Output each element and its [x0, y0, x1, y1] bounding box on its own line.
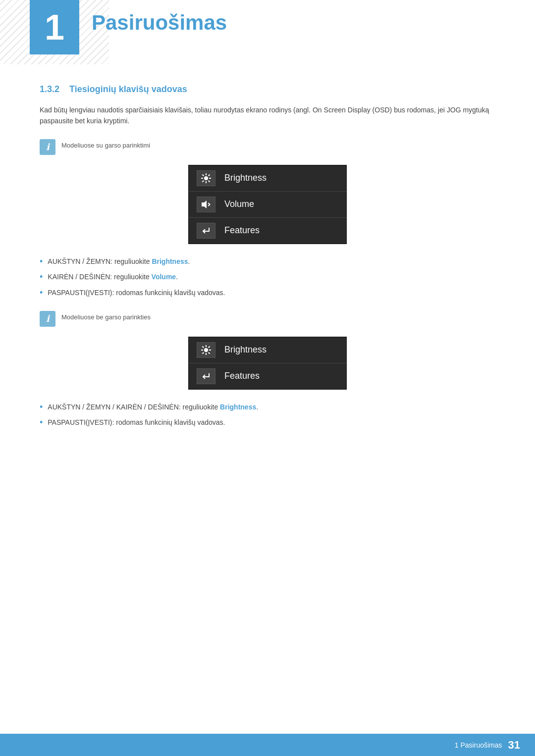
intro-paragraph: Kad būtų lengviau naudotis sparčiaisiais…: [40, 104, 495, 127]
osd-label-brightness-2: Brightness: [224, 345, 267, 355]
chapter-title: Pasiruošimas: [92, 11, 227, 35]
bullet-text-1-2: KAIRĖN / DEŠINĖN: reguliuokite Volume.: [48, 272, 178, 282]
svg-point-16: [204, 348, 208, 352]
chapter-number-block: 1: [30, 0, 79, 54]
bullet-item-1-3: • PASPAUSTI(ĮVESTI): rodomas funkcinių k…: [40, 288, 495, 299]
note-block-2: ℹ Modeliuose be garso parinkties: [40, 311, 495, 327]
osd-box-1: Brightness Volume: [188, 165, 347, 244]
footer-chapter-text: 1 Pasiruošimas: [455, 741, 502, 749]
svg-marker-11: [202, 201, 207, 208]
bullet-dot-2-2: •: [40, 417, 43, 428]
osd-row-volume-1: Volume: [189, 192, 346, 218]
highlight-brightness-1: Brightness: [152, 257, 188, 265]
bullet-list-1: • AUKŠTYN / ŽEMYN: reguliuokite Brightne…: [40, 256, 495, 299]
osd-row-brightness-2: Brightness: [189, 337, 346, 363]
bullet-item-2-2: • PASPAUSTI(ĮVESTI): rodomas funkcinių k…: [40, 417, 495, 428]
osd-container-1: Brightness Volume: [40, 165, 495, 244]
osd-icon-volume-1: [197, 197, 215, 212]
bullet-list-2: • AUKŠTYN / ŽEMYN / KAIRĖN / DEŠINĖN: re…: [40, 402, 495, 428]
note-icon-2: ℹ: [40, 311, 55, 327]
section-number: 1.3.2: [40, 84, 59, 94]
volume-icon-1: [201, 199, 212, 210]
bullet-item-1-2: • KAIRĖN / DEŠINĖN: reguliuokite Volume.: [40, 272, 495, 283]
bullet-text-2-2: PASPAUSTI(ĮVESTI): rodomas funkcinių kla…: [48, 417, 225, 428]
bullet-text-1-3: PASPAUSTI(ĮVESTI): rodomas funkcinių kla…: [48, 288, 225, 298]
bullet-dot-1-3: •: [40, 288, 43, 299]
osd-icon-brightness-2: [197, 342, 215, 358]
osd-label-features-1: Features: [224, 225, 260, 236]
bullet-dot-2-1: •: [40, 402, 43, 413]
bullet-dot-1-2: •: [40, 272, 43, 283]
main-content: 1.3.2 Tiesioginių klavišų vadovas Kad bū…: [0, 64, 535, 480]
page-footer: 1 Pasiruošimas 31: [0, 734, 535, 756]
svg-line-22: [209, 352, 210, 353]
svg-line-24: [203, 352, 204, 353]
bullet-item-1-1: • AUKŠTYN / ŽEMYN: reguliuokite Brightne…: [40, 256, 495, 267]
osd-row-brightness-1: Brightness: [189, 165, 346, 192]
osd-icon-features-1: [197, 223, 215, 239]
chapter-number: 1: [45, 9, 64, 45]
note-text-2: Modeliuose be garso parinkties: [61, 311, 151, 321]
osd-container-2: Brightness Features: [40, 337, 495, 390]
section-heading: 1.3.2 Tiesioginių klavišų vadovas: [40, 84, 495, 95]
svg-line-13: [208, 204, 210, 206]
note-icon-1: ℹ: [40, 139, 55, 155]
osd-label-brightness-1: Brightness: [224, 173, 267, 183]
page: 1 Pasiruošimas 1.3.2 Tiesioginių klavišų…: [0, 0, 535, 756]
bullet-text-2-1: AUKŠTYN / ŽEMYN / KAIRĖN / DEŠINĖN: regu…: [48, 402, 258, 412]
osd-row-features-2: Features: [189, 363, 346, 389]
svg-line-7: [203, 174, 204, 176]
svg-line-23: [209, 346, 210, 348]
enter-icon-2: [201, 371, 212, 382]
svg-line-8: [209, 180, 210, 182]
bullet-item-2-1: • AUKŠTYN / ŽEMYN / KAIRĖN / DEŠINĖN: re…: [40, 402, 495, 413]
osd-label-features-2: Features: [224, 371, 260, 381]
enter-icon-1: [201, 225, 212, 236]
note-text-1: Modeliuose su garso parinktimi: [61, 139, 150, 149]
highlight-brightness-2: Brightness: [220, 403, 256, 411]
osd-icon-features-2: [197, 368, 215, 384]
brightness-icon-2: [201, 345, 212, 355]
svg-point-2: [204, 176, 208, 180]
osd-row-features-1: Features: [189, 218, 346, 244]
svg-line-9: [209, 174, 210, 176]
header-area: 1 Pasiruošimas: [0, 0, 535, 64]
brightness-icon-1: [201, 173, 212, 184]
osd-box-2: Brightness Features: [188, 337, 347, 390]
footer-page-number: 31: [508, 739, 520, 752]
osd-label-volume-1: Volume: [224, 199, 254, 209]
section-title: Tiesioginių klavišų vadovas: [69, 84, 187, 94]
svg-line-21: [203, 346, 204, 348]
bullet-text-1-1: AUKŠTYN / ŽEMYN: reguliuokite Brightness…: [48, 256, 190, 267]
svg-line-10: [203, 180, 204, 182]
note-block-1: ℹ Modeliuose su garso parinktimi: [40, 139, 495, 155]
osd-icon-brightness-1: [197, 170, 215, 186]
highlight-volume-1: Volume: [152, 273, 176, 281]
bullet-dot-1-1: •: [40, 256, 43, 267]
